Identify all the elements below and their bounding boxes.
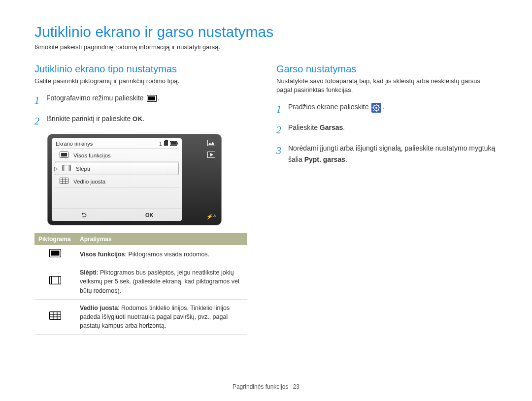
right-step-1: 1 Pradžios ekrane palieskite . (276, 101, 498, 117)
step-text: . (343, 123, 345, 131)
icon-description-table: Piktograma Aprašymas Visos funkcijos: Pi… (34, 233, 247, 335)
image-mode-icon (207, 139, 215, 148)
table-header-desc: Aprašymas (76, 233, 247, 245)
svg-rect-3 (171, 142, 176, 145)
table-header-icon: Piktograma (34, 233, 76, 245)
svg-rect-21 (59, 277, 60, 284)
lcd-back-button[interactable]: ⮌ (52, 209, 117, 221)
step-bold: Garsas (320, 123, 343, 131)
left-step-2: 2 Išrinkite parinktį ir palieskite OK. (34, 113, 256, 129)
step-number: 1 (34, 93, 46, 108)
lcd-item-label: Slėpti (76, 166, 90, 172)
svg-point-29 (375, 107, 377, 109)
svg-rect-20 (51, 277, 52, 284)
left-desc: Galite pasirinkti piktogramų ir parinkči… (34, 77, 256, 86)
svg-rect-6 (61, 153, 67, 156)
display-hide-icon (49, 279, 61, 286)
right-heading: Garso nustatymas (276, 63, 498, 75)
display-grid-icon (49, 314, 61, 321)
left-step-1: 1 Fotografavimo režimu palieskite . (34, 93, 256, 108)
right-step-3: 3 Norėdami įjungti arba išjungti signalą… (276, 143, 498, 165)
svg-rect-18 (51, 251, 60, 256)
row-bold: Slėpti (80, 269, 97, 276)
left-heading: Jutiklinio ekrano tipo nustatymas (34, 63, 256, 75)
lcd-count: 1 (159, 141, 162, 147)
lcd-item-all[interactable]: Visos funkcijos (55, 149, 179, 162)
table-row: Vedlio juosta: Rodomos tinklelio linijos… (34, 299, 247, 334)
step-number: 2 (34, 113, 46, 129)
step-number: 2 (276, 122, 288, 138)
svg-rect-19 (50, 277, 61, 284)
step-text: Palieskite (288, 123, 320, 131)
table-row: Slėpti: Piktogramos bus paslėptos, jeigu… (34, 264, 247, 299)
step-number: 1 (276, 101, 288, 117)
row-bold: Visos funkcijos (80, 251, 125, 258)
svg-rect-10 (60, 178, 68, 184)
step-bold: Pypt. garsas (304, 155, 345, 163)
lcd-ok-button[interactable]: OK (117, 209, 182, 221)
right-column: Garso nustatymas Nustatykite savo fotoap… (276, 63, 498, 335)
display-full-icon (49, 252, 61, 259)
lcd-item-label: Vedlio juosta (73, 179, 105, 185)
row-text: : Piktogramos bus paslėptos, jeigu neatl… (80, 269, 239, 294)
ok-text: OK (133, 115, 143, 123)
step-text: Pradžios ekrane palieskite (288, 103, 368, 111)
footer-page-number: 23 (293, 383, 299, 390)
step-text: Fotografavimo režimu palieskite (46, 94, 144, 102)
display-hide-icon (62, 165, 71, 172)
lcd-item-hide[interactable]: Slėpti (55, 162, 179, 175)
memory-card-icon (164, 140, 168, 147)
row-text: : Piktogramos visada rodomos. (125, 251, 209, 258)
flash-auto-icon: ⚡ᴬ (206, 214, 215, 220)
page-footer: Pagrindinės funkcijos 23 (0, 383, 532, 390)
lcd-item-guide[interactable]: Vedlio juosta (55, 175, 179, 188)
svg-rect-15 (208, 140, 215, 146)
battery-icon (170, 141, 178, 147)
play-mode-icon (207, 151, 215, 160)
camera-lcd-mockup: Ekrano rinkinys 1 Visos funkcijos Slėpt (47, 134, 222, 225)
intro-text: Išmokite pakeisti pagrindinę rodomą info… (34, 43, 498, 51)
display-grid-icon (60, 178, 68, 185)
row-bold: Vedlio juosta (80, 305, 118, 311)
right-step-2: 2 Palieskite Garsas. (276, 122, 498, 138)
step-number: 3 (276, 143, 288, 158)
step-text: . (345, 155, 347, 163)
right-desc: Nustatykite savo fotoaparatą taip, kad j… (276, 77, 498, 94)
step-text: Išrinkite parinktį ir palieskite (46, 115, 131, 123)
lcd-item-label: Visos funkcijos (73, 153, 111, 158)
back-arrow-icon: ⮌ (81, 212, 87, 218)
svg-rect-8 (64, 165, 64, 171)
display-full-icon (60, 152, 68, 159)
svg-rect-9 (69, 165, 69, 171)
settings-gear-icon (371, 103, 381, 113)
left-column: Jutiklinio ekrano tipo nustatymas Galite… (34, 63, 256, 335)
table-row: Visos funkcijos: Piktogramos visada rodo… (34, 245, 247, 264)
footer-section: Pagrindinės funkcijos (233, 383, 288, 390)
lcd-title: Ekrano rinkinys (56, 141, 93, 147)
svg-rect-1 (148, 96, 155, 100)
page-title: Jutiklinio ekrano ir garso nustatymas (34, 24, 498, 40)
svg-rect-22 (50, 311, 61, 319)
display-full-icon (147, 95, 157, 102)
svg-rect-4 (177, 142, 178, 144)
